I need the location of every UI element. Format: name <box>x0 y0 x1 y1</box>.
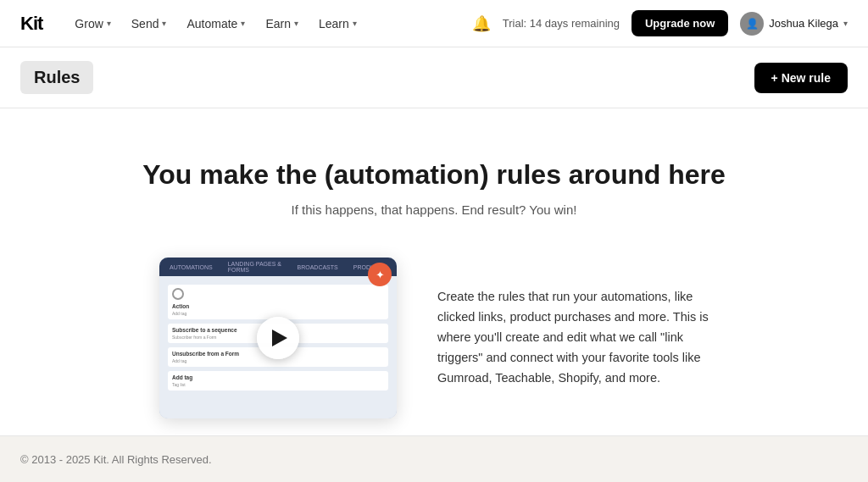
avatar: 👤 <box>740 12 764 36</box>
description-text: Create the rules that run your automatio… <box>437 287 709 389</box>
nav-label-learn: Learn <box>319 17 349 30</box>
play-icon <box>272 330 287 346</box>
main-content: You make the (automation) rules around h… <box>0 108 868 452</box>
footer: © 2013 - 2025 Kit. All Rights Reserved. <box>0 435 868 482</box>
main-subheading: If this happens, that happens. End resul… <box>20 202 848 217</box>
nav-label-automate: Automate <box>186 17 237 30</box>
chevron-down-icon: ▾ <box>162 19 166 28</box>
nav-item-grow[interactable]: Grow ▾ <box>66 12 119 36</box>
video-thumbnail[interactable]: AUTOMATIONS LANDING PAGES & FORMS BROADC… <box>159 258 397 418</box>
nav-right: 🔔 Trial: 14 days remaining Upgrade now 👤… <box>472 10 848 36</box>
nav-item-automate[interactable]: Automate ▾ <box>178 12 253 36</box>
user-name: Joshua Kilega <box>769 17 838 30</box>
page-title: Rules <box>20 61 93 94</box>
brand-logo: Kit <box>20 13 42 35</box>
video-card-4: Add tag Tag list <box>168 371 388 391</box>
chevron-down-icon: ▾ <box>241 19 245 28</box>
main-heading: You make the (automation) rules around h… <box>20 159 848 191</box>
video-tab-automations: AUTOMATIONS <box>164 263 218 272</box>
nav-label-grow: Grow <box>75 17 103 30</box>
chevron-down-icon: ▾ <box>843 19 848 28</box>
chevron-down-icon: ▾ <box>294 19 298 28</box>
content-row: AUTOMATIONS LANDING PAGES & FORMS BROADC… <box>103 258 765 418</box>
nav-item-earn[interactable]: Earn ▾ <box>257 12 307 36</box>
bell-icon[interactable]: 🔔 <box>472 14 491 33</box>
nav-label-send: Send <box>131 17 159 30</box>
page-body: You make the (automation) rules around h… <box>0 108 868 482</box>
nav-item-learn[interactable]: Learn ▾ <box>310 12 365 36</box>
chevron-down-icon: ▾ <box>353 19 357 28</box>
video-card-1: Action Add tag <box>168 285 388 319</box>
upgrade-button[interactable]: Upgrade now <box>632 10 728 36</box>
page-header: Rules + New rule <box>0 47 868 108</box>
trial-badge: Trial: 14 days remaining <box>503 17 620 30</box>
video-topbar: AUTOMATIONS LANDING PAGES & FORMS BROADC… <box>159 258 397 276</box>
video-tab-forms: LANDING PAGES & FORMS <box>223 259 287 274</box>
video-logo-icon: ✦ <box>368 263 392 286</box>
nav-item-send[interactable]: Send ▾ <box>123 12 175 36</box>
navbar: Kit Grow ▾ Send ▾ Automate ▾ Earn ▾ Lear… <box>0 0 868 47</box>
footer-text: © 2013 - 2025 Kit. All Rights Reserved. <box>20 453 212 466</box>
nav-label-earn: Earn <box>265 17 291 30</box>
video-tab-broadcasts: BROADCASTS <box>292 263 342 272</box>
user-menu[interactable]: 👤 Joshua Kilega ▾ <box>740 12 848 36</box>
chevron-down-icon: ▾ <box>107 19 111 28</box>
nav-items: Grow ▾ Send ▾ Automate ▾ Earn ▾ Learn ▾ <box>66 12 471 36</box>
new-rule-button[interactable]: + New rule <box>754 63 848 93</box>
play-button[interactable] <box>257 317 299 359</box>
gear-icon <box>172 288 184 300</box>
